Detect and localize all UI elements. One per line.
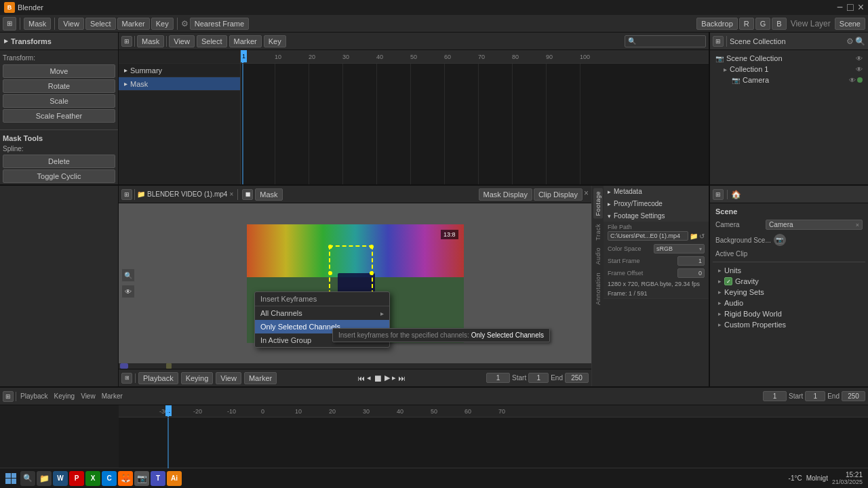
side-tool-1[interactable]: 🔍 [121,268,135,282]
editor-type-selector[interactable]: ⊞ [3,17,16,30]
color-space-value[interactable]: sRGB ▾ [654,244,705,253]
gravity-checkbox[interactable]: ✓ [724,277,732,285]
camera-field-value[interactable]: Camera × [766,220,863,230]
dopesheet-marker-btn[interactable]: Marker [229,35,262,47]
tl-current-frame[interactable] [763,391,787,401]
backdrop-btn[interactable]: Backdrop [696,18,737,30]
timeline-editor-type-icon[interactable]: ⊞ [3,391,14,402]
mask-viewport-btn[interactable]: Mask [255,188,282,201]
cam-visibility-icon[interactable]: 👁 [849,77,856,84]
step-fwd-btn[interactable]: ▸ [392,373,396,382]
clock-area[interactable]: 15:21 21/03/2025 [832,471,863,485]
mask-channel[interactable]: ▸ Mask [119,77,240,91]
close-button[interactable]: × [858,2,864,13]
mask-icon[interactable]: 🔲 [242,189,253,200]
camera-item[interactable]: 📷 Camera 👁 [713,75,865,85]
metadata-header[interactable]: ▸ Metadata [604,186,709,197]
start-frame-input[interactable] [528,373,549,383]
editor-type-icon[interactable]: ⊞ [3,17,16,30]
audio-item[interactable]: ▸ Audio [713,298,865,308]
tl-keying-btn[interactable]: Keying [52,392,77,400]
mask-display-btn[interactable]: Mask Display [479,188,532,201]
move-btn[interactable]: Move [3,64,115,78]
mask-dropdown-top[interactable]: Mask [24,18,51,30]
taskbar-chrome-icon[interactable]: C [102,471,117,486]
rgb-r-btn[interactable]: R [739,18,754,30]
jump-start-btn[interactable]: ⏮ [357,374,365,382]
gravity-item[interactable]: ▸ ✓ Gravity [713,276,865,287]
props-mid-editor-icon[interactable]: ⊞ [713,189,724,200]
taskbar-explorer-icon[interactable]: 📁 [37,471,52,486]
dopesheet-select-btn[interactable]: Select [197,35,227,47]
camera-clear-icon[interactable]: × [856,222,859,228]
tl-view-btn[interactable]: View [79,392,98,400]
jump-end-btn[interactable]: ⏭ [398,374,406,382]
browse-icon[interactable]: 📁 [690,232,698,240]
collection1-item[interactable]: ▸ Collection 1 👁 [713,64,865,75]
toggle-cyclic-btn[interactable]: Toggle Cyclic [3,169,115,183]
clip-display-btn[interactable]: Clip Display [534,188,583,201]
proxy-header[interactable]: ▸ Proxy/Timecode [604,198,709,209]
keying-btn[interactable]: Keying [181,372,214,384]
tl-marker-btn[interactable]: Marker [100,392,125,400]
play-btn[interactable]: ▶ [384,373,390,382]
tl-end-value[interactable] [842,391,865,401]
taskbar-word-icon[interactable]: W [53,471,68,486]
scene-collection-item[interactable]: 📷 Scene Collection 👁 [713,53,865,64]
mask-point-mr[interactable] [370,271,374,275]
summary-channel[interactable]: ▸ Summary [119,64,240,77]
keying-sets-item[interactable]: ▸ Keying Sets [713,287,865,298]
scrubber-handle[interactable] [120,363,128,369]
scale-btn[interactable]: Scale [3,94,115,108]
taskbar-powerpoint-icon[interactable]: P [69,471,84,486]
start-button[interactable] [3,470,19,487]
viewport-editor-type-icon[interactable]: ⊞ [121,189,132,200]
visibility-icon[interactable]: 👁 [856,55,863,62]
filter-icon[interactable]: ⚙ [181,19,189,28]
viewport-close-icon[interactable]: × [584,188,589,201]
minimize-button[interactable]: − [837,2,843,13]
annotation-tab[interactable]: Annotation [593,270,603,308]
mask-point-tl[interactable] [328,245,332,249]
frame-offset-field[interactable] [677,268,705,278]
units-item[interactable]: ▸ Units [713,265,865,276]
side-tool-2[interactable]: 👁 [121,285,135,298]
props-editor-icon[interactable]: ⊞ [713,36,724,47]
taskbar-teams-icon[interactable]: T [151,471,165,486]
scale-feather-btn[interactable]: Scale Feather [3,109,115,123]
bg-scene-icon[interactable]: 📷 [774,234,786,246]
tl-start-value[interactable] [805,391,825,401]
playback-marker-btn[interactable]: Marker [244,372,277,384]
rgb-b-btn[interactable]: B [772,18,786,30]
close-file-icon[interactable]: × [229,190,233,198]
tl-playback-btn[interactable]: Playback [18,392,50,400]
taskbar-excel-icon[interactable]: X [85,471,100,486]
custom-props-item[interactable]: ▸ Custom Properties [713,319,865,330]
rigid-body-item[interactable]: ▸ Rigid Body World [713,308,865,319]
footage-tab[interactable]: Footage [593,188,603,219]
dopesheet-editor-type-icon[interactable]: ⊞ [121,36,132,47]
props-filter-icon[interactable]: ⚙ [846,37,854,46]
playback-view-btn[interactable]: View [216,372,241,384]
taskbar-camera-icon[interactable]: 📷 [134,471,149,486]
start-frame-field[interactable] [677,256,705,266]
marker-menu-top[interactable]: Marker [117,18,150,30]
end-frame-input[interactable] [565,373,589,383]
maximize-button[interactable]: □ [847,2,854,13]
all-channels-item[interactable]: All Channels ▸ [255,306,389,320]
dopesheet-view-btn[interactable]: View [169,35,195,47]
select-menu-top[interactable]: Select [85,18,116,30]
search-taskbar-icon[interactable]: 🔍 [20,471,35,486]
props-search-icon[interactable]: 🔍 [855,37,865,46]
reload-icon[interactable]: ↺ [699,232,705,240]
step-back-btn[interactable]: ◂ [367,373,371,382]
file-path-value[interactable]: C:\Users\Pet...E0 (1).mp4 [608,231,688,241]
search-field[interactable]: 🔍 [625,35,706,47]
footage-header[interactable]: ▾ Footage Settings [604,210,709,222]
current-frame-input[interactable] [486,373,510,383]
track-tab[interactable]: Track [593,221,603,243]
key-menu-top[interactable]: Key [151,18,174,30]
rgb-g-btn[interactable]: G [755,18,771,30]
nearest-frame-btn[interactable]: Nearest Frame [190,18,249,30]
dopesheet-grid[interactable] [241,64,709,184]
